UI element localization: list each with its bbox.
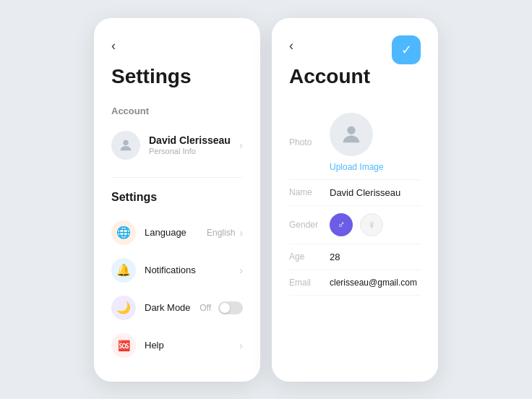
gender-row: Gender ♂ ♀ [289,206,421,244]
settings-screen: ‹ Settings Account David Clerisseau Pers… [94,18,260,382]
account-title: Account [289,65,421,88]
language-value: English [207,228,235,238]
darkmode-row[interactable]: 🌙 Dark Mode Off [111,289,243,327]
age-row: Age 28 [289,244,421,270]
email-value[interactable]: clerisseau@gmail.com [330,278,417,288]
svg-point-0 [123,140,128,145]
account-section-label: Account [111,106,243,116]
age-label: Age [289,252,330,262]
notifications-label: Notifications [145,265,239,275]
help-label: Help [145,340,239,351]
darkmode-toggle[interactable] [218,301,243,314]
help-icon: 🆘 [111,333,136,358]
language-icon: 🌐 [111,220,136,245]
darkmode-label: Dark Mode [145,302,200,313]
email-label: Email [289,278,330,288]
gender-female-button[interactable]: ♀ [360,213,383,236]
save-button[interactable]: ✓ [392,35,421,64]
upload-image-button[interactable]: Upload Image [330,162,384,172]
account-screen: ‹ ✓ Account Photo Upload Image Name Davi… [272,18,438,382]
account-sub: Personal Info [149,147,239,155]
account-name: David Clerisseau [149,134,239,146]
account-row[interactable]: David Clerisseau Personal Info › [111,124,243,167]
notifications-row[interactable]: 🔔 Notifications › [111,252,243,289]
age-value[interactable]: 28 [330,252,340,262]
photo-label: Photo [289,137,330,147]
settings-back-button[interactable]: ‹ [111,38,129,53]
gender-male-button[interactable]: ♂ [330,213,353,236]
gender-label: Gender [289,220,330,230]
toggle-knob [220,303,230,313]
settings-title: Settings [111,65,243,88]
language-row[interactable]: 🌐 Language English › [111,214,243,252]
help-chevron-icon: › [239,340,243,351]
account-chevron-icon: › [239,140,243,151]
svg-point-1 [347,126,355,134]
name-value[interactable]: David Clerisseau [330,187,400,198]
divider [111,177,243,178]
settings-section: Settings 🌐 Language English › 🔔 Notifica… [111,191,243,364]
notifications-chevron-icon: › [239,265,243,276]
settings-section-label: Settings [111,191,243,204]
notifications-icon: 🔔 [111,258,136,283]
photo-row: Photo Upload Image [289,106,421,180]
help-row[interactable]: 🆘 Help › [111,327,243,364]
language-label: Language [145,227,207,238]
email-row: Email clerisseau@gmail.com [289,270,421,296]
gender-options: ♂ ♀ [330,213,383,236]
account-back-button[interactable]: ‹ [289,38,306,53]
photo-avatar [330,113,373,156]
name-label: Name [289,187,330,197]
darkmode-value: Off [200,303,211,313]
account-info: David Clerisseau Personal Info [149,134,239,155]
name-row: Name David Clerisseau [289,180,421,206]
language-chevron-icon: › [239,227,243,239]
darkmode-icon: 🌙 [111,296,136,320]
save-icon: ✓ [401,42,412,58]
account-avatar [111,131,140,160]
